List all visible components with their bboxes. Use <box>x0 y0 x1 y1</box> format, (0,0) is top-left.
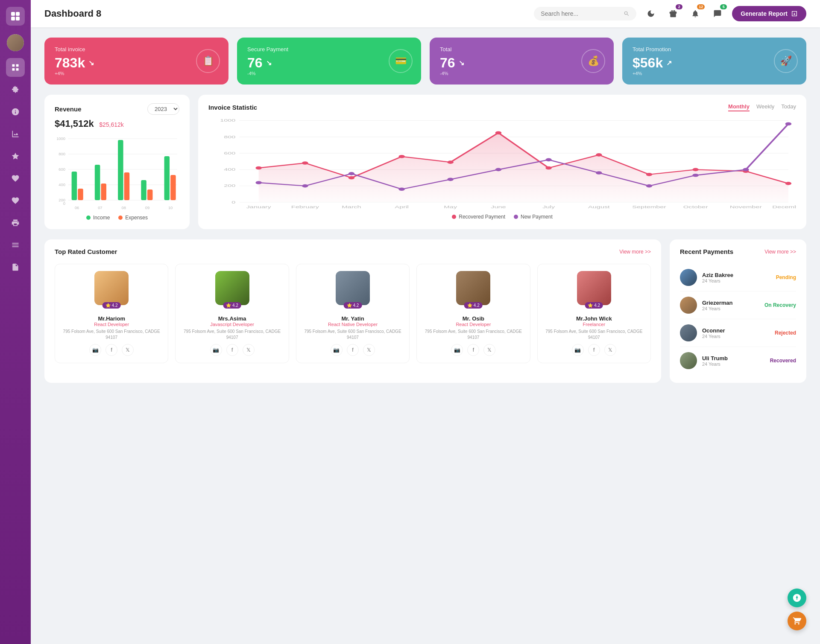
chat-icon-btn[interactable]: 5 <box>710 6 725 21</box>
customer-card-4: ⭐ 4.2 Mr.John Wick Freelancer 795 Folsom… <box>537 264 651 363</box>
payments-title: Recent Payments <box>680 248 733 255</box>
svg-rect-21 <box>95 165 100 200</box>
twitter-icon-3[interactable]: 𝕏 <box>483 344 495 356</box>
header-icons: 2 12 5 Generate Report <box>643 6 806 21</box>
svg-point-64 <box>495 168 501 172</box>
trend-up-promo: ↗ <box>666 59 672 67</box>
sidebar-item-settings[interactable] <box>6 80 25 99</box>
search-wrapper <box>534 7 636 20</box>
stat-value-total: 76 <box>440 55 455 71</box>
twitter-icon-2[interactable]: 𝕏 <box>363 344 375 356</box>
customers-view-more[interactable]: View more >> <box>619 249 651 255</box>
support-fab[interactable] <box>788 589 806 607</box>
customer-role-3: React Developer <box>422 322 524 327</box>
twitter-icon-0[interactable]: 𝕏 <box>122 344 134 356</box>
tab-today[interactable]: Today <box>781 103 796 111</box>
svg-rect-0 <box>11 12 15 16</box>
instagram-icon-2[interactable]: 📷 <box>331 344 343 356</box>
svg-text:April: April <box>395 205 409 209</box>
sidebar-item-chart[interactable] <box>6 125 25 143</box>
svg-rect-28 <box>170 175 176 200</box>
revenue-primary-amount: $41,512k <box>55 118 94 129</box>
svg-point-55 <box>646 173 652 176</box>
invoice-legend: Recovered Payment New Payment <box>208 214 796 220</box>
svg-point-65 <box>545 158 551 162</box>
svg-rect-6 <box>12 68 15 71</box>
svg-text:09: 09 <box>145 206 149 210</box>
svg-rect-27 <box>164 156 170 200</box>
payment-info-2: Oconner 24 Years <box>702 327 770 339</box>
svg-point-67 <box>646 184 652 188</box>
tab-monthly[interactable]: Monthly <box>728 103 750 111</box>
customers-header: Top Rated Customer View more >> <box>55 248 651 255</box>
avatar[interactable] <box>7 34 24 51</box>
customer-grid: ⭐ 4.2 Mr.Hariom React Developer 795 Fols… <box>55 264 651 363</box>
main-content: Dashboard 8 2 12 <box>31 0 820 644</box>
instagram-icon-1[interactable]: 📷 <box>210 344 222 356</box>
cart-fab[interactable] <box>788 612 806 630</box>
rating-badge-0: ⭐ 4.2 <box>102 302 121 309</box>
payment-age-1: 24 Years <box>702 306 759 311</box>
customer-socials-4: 📷 f 𝕏 <box>543 344 645 356</box>
sidebar-item-heart2[interactable] <box>6 191 25 210</box>
svg-text:November: November <box>730 205 762 209</box>
sidebar-item-info[interactable] <box>6 102 25 121</box>
facebook-icon-1[interactable]: f <box>226 344 238 356</box>
invoice-line-chart: 1000 800 600 400 200 0 <box>208 117 796 210</box>
customer-card-3: ⭐ 4.2 Mr. Osib React Developer 795 Folso… <box>416 264 530 363</box>
svg-point-58 <box>785 182 791 185</box>
payment-avatar-0 <box>680 269 697 286</box>
svg-point-60 <box>302 184 308 188</box>
svg-point-69 <box>743 168 749 172</box>
svg-text:June: June <box>491 205 506 209</box>
twitter-icon-1[interactable]: 𝕏 <box>243 344 255 356</box>
facebook-icon-3[interactable]: f <box>467 344 479 356</box>
customer-addr-0: 795 Folsom Ave, Suite 600 San Francisco,… <box>60 329 163 341</box>
new-payment-legend-item: New Payment <box>514 214 553 220</box>
tab-weekly[interactable]: Weekly <box>756 103 774 111</box>
customer-card-2: ⭐ 4.2 Mr. Yatin React Native Developer 7… <box>296 264 410 363</box>
svg-rect-5 <box>16 64 19 67</box>
sidebar-item-dashboard[interactable] <box>6 58 25 77</box>
facebook-icon-2[interactable]: f <box>347 344 359 356</box>
payment-age-0: 24 Years <box>702 278 771 283</box>
svg-point-66 <box>596 171 602 175</box>
bell-badge: 12 <box>697 4 705 9</box>
payment-name-2: Oconner <box>702 327 770 334</box>
customer-addr-1: 795 Folsom Ave, Suite 600 San Francisco,… <box>181 329 283 341</box>
income-legend-label: Income <box>93 215 110 221</box>
facebook-icon-0[interactable]: f <box>105 344 117 356</box>
notification-icon-btn[interactable]: 12 <box>688 6 703 21</box>
instagram-icon-3[interactable]: 📷 <box>451 344 463 356</box>
sidebar-item-heart[interactable] <box>6 169 25 188</box>
revenue-legend: Income Expenses <box>55 215 179 221</box>
generate-report-button[interactable]: Generate Report <box>732 6 806 21</box>
svg-text:07: 07 <box>98 206 102 210</box>
svg-point-56 <box>692 168 698 172</box>
payment-item-0: Aziz Bakree 24 Years Pending <box>680 264 796 291</box>
year-select[interactable]: 2023 2022 2021 <box>147 103 179 115</box>
payment-item-1: Griezerman 24 Years On Recovery <box>680 291 796 319</box>
payment-avatar-3 <box>680 352 697 369</box>
dark-mode-toggle[interactable] <box>643 6 659 21</box>
customers-card: Top Rated Customer View more >> ⭐ 4.2 Mr… <box>44 239 661 383</box>
instagram-icon-4[interactable]: 📷 <box>572 344 584 356</box>
twitter-icon-4[interactable]: 𝕏 <box>604 344 616 356</box>
payment-age-3: 24 Years <box>702 361 765 367</box>
svg-text:10: 10 <box>168 206 173 210</box>
instagram-icon-0[interactable]: 📷 <box>89 344 101 356</box>
payments-view-more[interactable]: View more >> <box>764 249 796 255</box>
sidebar-item-print[interactable] <box>6 213 25 232</box>
payment-name-0: Aziz Bakree <box>702 272 771 278</box>
gift-icon-btn[interactable]: 2 <box>665 6 681 21</box>
svg-point-54 <box>596 153 602 157</box>
sidebar-item-menu[interactable] <box>6 236 25 254</box>
sidebar-item-star[interactable] <box>6 147 25 166</box>
stat-change-promo: +4% <box>633 71 796 76</box>
search-icon <box>624 10 630 17</box>
search-input[interactable] <box>541 10 620 17</box>
stat-icon-total: 💰 <box>581 49 605 73</box>
facebook-icon-4[interactable]: f <box>588 344 600 356</box>
sidebar-item-docs[interactable] <box>6 258 25 277</box>
stat-icon-invoice: 📋 <box>196 49 220 73</box>
